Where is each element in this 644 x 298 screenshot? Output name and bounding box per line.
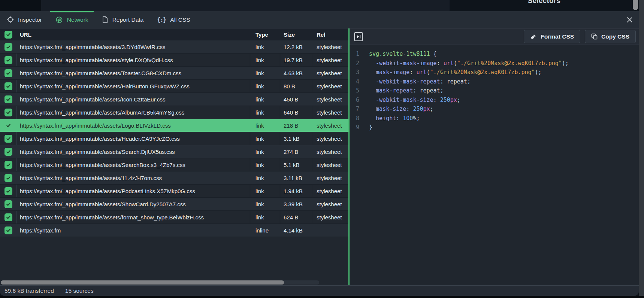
network-request-row[interactable]: https://syntax.fm/_app/immutable/assets/… xyxy=(0,80,348,93)
row-checkbox[interactable] xyxy=(4,213,12,221)
row-checkbox[interactable] xyxy=(4,109,12,116)
row-checkbox-cell xyxy=(0,145,17,158)
network-request-row[interactable]: https://syntax.fm/_app/immutable/assets/… xyxy=(0,145,348,158)
request-type: link xyxy=(250,80,280,92)
tab-all-css[interactable]: {:} All CSS xyxy=(152,11,196,28)
row-checkbox[interactable] xyxy=(4,174,12,182)
line-number: 6 xyxy=(350,95,359,105)
request-rel xyxy=(312,224,348,237)
column-header-url[interactable]: URL xyxy=(17,28,250,40)
network-request-row[interactable]: https://syntax.fm/_app/immutable/assets/… xyxy=(0,93,348,106)
tab-inspector[interactable]: Inspector xyxy=(1,11,47,28)
copy-css-button[interactable]: Copy CSS xyxy=(585,30,636,43)
request-rel: stylesheet xyxy=(312,132,348,145)
request-size: 450 B xyxy=(280,93,312,106)
request-size: 640 B xyxy=(280,106,312,119)
line-content: mask-size: 250px; xyxy=(359,104,433,114)
row-checkbox[interactable] xyxy=(4,82,12,90)
request-type: inline xyxy=(250,224,280,237)
format-css-button[interactable]: Format CSS xyxy=(524,30,580,43)
request-size: 274 B xyxy=(280,145,312,158)
request-size: 3.11 kB xyxy=(280,171,312,184)
network-request-row[interactable]: https://syntax.fm/_app/immutable/assets/… xyxy=(0,158,348,171)
request-url: https://syntax.fm/_app/immutable/assets/… xyxy=(17,145,250,158)
transferred-total: 59.6 kB transferred xyxy=(4,288,54,294)
network-request-row[interactable]: https://syntax.fm/_app/immutable/assets/… xyxy=(0,211,348,224)
page-vertical-scrollbar-thumb[interactable] xyxy=(633,0,638,10)
row-checkbox[interactable] xyxy=(4,148,12,156)
close-icon[interactable] xyxy=(626,16,633,23)
request-rel: stylesheet xyxy=(312,185,348,197)
code-line: 2 -webkit-mask-image: url("./Grit%20Mask… xyxy=(350,59,639,68)
line-content: -webkit-mask-repeat: repeat; xyxy=(359,77,471,86)
window-bottom-edge xyxy=(0,296,644,298)
sources-count: 15 sources xyxy=(65,288,94,294)
network-request-row[interactable]: https://syntax.fm inline 4.14 kB xyxy=(0,224,348,237)
panel-body: URL Type Size Rel https://syntax.fm/_app… xyxy=(0,28,639,285)
request-size: 3.1 kB xyxy=(280,132,312,145)
table-header: URL Type Size Rel xyxy=(0,28,348,40)
copy-icon xyxy=(591,33,598,40)
row-checkbox-cell xyxy=(0,54,17,66)
paintbrush-icon xyxy=(530,33,537,40)
request-url: https://syntax.fm/_app/immutable/assets/… xyxy=(17,171,250,184)
network-request-row[interactable]: https://syntax.fm/_app/immutable/assets/… xyxy=(0,67,348,80)
row-checkbox-cell xyxy=(0,158,17,171)
network-request-row[interactable]: https://syntax.fm/_app/immutable/assets/… xyxy=(0,171,348,185)
code-line: 6 -webkit-mask-size: 250px; xyxy=(350,95,639,105)
code-line: 8 height: 100%; xyxy=(350,114,639,123)
tab-label: Inspector xyxy=(18,16,42,23)
network-request-row[interactable]: https://syntax.fm/_app/immutable/assets/… xyxy=(0,132,348,145)
column-header-rel[interactable]: Rel xyxy=(312,28,348,40)
column-header-size[interactable]: Size xyxy=(280,28,312,40)
row-checkbox-cell xyxy=(0,211,17,224)
toggle-sidebar-icon[interactable] xyxy=(354,32,363,41)
network-request-row[interactable]: https://syntax.fm/_app/immutable/assets/… xyxy=(0,106,348,119)
network-request-row[interactable]: https://syntax.fm/_app/immutable/assets/… xyxy=(0,198,348,211)
tab-report-data[interactable]: Report Data xyxy=(97,11,149,28)
row-checkbox[interactable] xyxy=(4,187,12,195)
request-type: link xyxy=(250,119,280,132)
request-size: 5.1 kB xyxy=(280,158,312,171)
request-rel: stylesheet xyxy=(312,171,348,184)
code-line: 9 } xyxy=(350,123,639,132)
row-checkbox[interactable] xyxy=(4,56,12,64)
row-checkbox[interactable] xyxy=(4,135,12,143)
braces-icon: {:} xyxy=(157,16,166,23)
row-checkbox[interactable] xyxy=(4,122,12,130)
network-request-row[interactable]: https://syntax.fm/_app/immutable/assets/… xyxy=(0,40,348,54)
row-checkbox[interactable] xyxy=(4,43,12,51)
request-size: 218 B xyxy=(280,119,312,132)
background-page-strip: Selectors xyxy=(0,0,644,11)
line-content: svg.svelte-1tw8111 { xyxy=(359,49,437,59)
row-checkbox[interactable] xyxy=(4,69,12,77)
request-size: 4.14 kB xyxy=(280,224,312,237)
request-url: https://syntax.fm/_app/immutable/assets/… xyxy=(17,211,250,224)
network-request-row[interactable]: https://syntax.fm/_app/immutable/assets/… xyxy=(0,185,348,198)
line-content: -webkit-mask-image: url("./Grit%20Mask@2… xyxy=(359,59,569,68)
network-request-row[interactable]: https://syntax.fm/_app/immutable/assets/… xyxy=(0,119,348,132)
row-checkbox[interactable] xyxy=(4,200,12,208)
crosshair-icon xyxy=(7,16,14,23)
tab-label: All CSS xyxy=(170,16,190,23)
column-header-type[interactable]: Type xyxy=(250,28,280,40)
row-checkbox-cell xyxy=(0,119,17,132)
request-rel: stylesheet xyxy=(312,54,348,66)
request-rel: stylesheet xyxy=(312,158,348,171)
row-checkbox[interactable] xyxy=(4,95,12,103)
select-all-checkbox[interactable] xyxy=(4,31,12,39)
tab-network[interactable]: Network xyxy=(50,11,94,28)
network-request-row[interactable]: https://syntax.fm/_app/immutable/assets/… xyxy=(0,54,348,67)
tab-label: Report Data xyxy=(112,16,144,23)
status-bar: 59.6 kB transferred 15 sources xyxy=(0,285,639,296)
row-checkbox[interactable] xyxy=(4,161,12,169)
line-number: 3 xyxy=(350,68,359,77)
request-url: https://syntax.fm/_app/immutable/assets/… xyxy=(17,185,250,197)
horizontal-scrollbar-thumb[interactable] xyxy=(1,280,284,285)
row-checkbox[interactable] xyxy=(4,226,12,234)
request-size: 19.7 kB xyxy=(280,54,312,66)
selectors-heading: Selectors xyxy=(528,0,560,11)
code-line: 5 mask-repeat: repeat; xyxy=(350,86,639,95)
horizontal-scrollbar[interactable] xyxy=(1,280,319,285)
row-checkbox-cell xyxy=(0,67,17,79)
